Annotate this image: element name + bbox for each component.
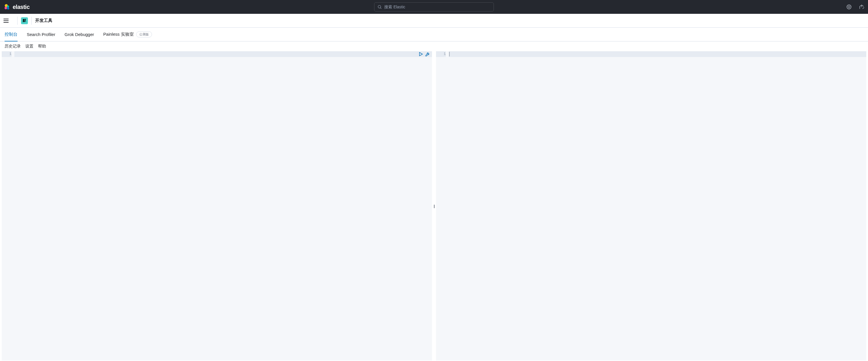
svg-point-4 bbox=[378, 5, 381, 8]
svg-point-7 bbox=[848, 6, 850, 8]
console-editor: 1 || 1 bbox=[0, 51, 868, 360]
svg-point-2 bbox=[5, 7, 7, 9]
request-pane: 1 bbox=[2, 51, 432, 360]
tab-grok-debugger[interactable]: Grok Debugger bbox=[64, 28, 94, 41]
request-actions bbox=[418, 52, 430, 57]
wrench-icon[interactable] bbox=[425, 52, 430, 57]
tab-label: 控制台 bbox=[5, 32, 18, 37]
help-icon[interactable] bbox=[846, 4, 852, 10]
line-gutter: 1 bbox=[436, 51, 449, 360]
dev-tools-tabs: 控制台 Search Profiler Grok Debugger Painle… bbox=[0, 28, 868, 41]
brand-logo[interactable]: elastic bbox=[3, 3, 30, 10]
separator bbox=[31, 17, 32, 25]
history-link[interactable]: 历史记录 bbox=[5, 44, 21, 49]
beta-badge: 公测版 bbox=[136, 31, 152, 37]
search-input[interactable] bbox=[384, 5, 491, 9]
settings-link[interactable]: 设置 bbox=[25, 44, 33, 49]
elastic-logo-icon bbox=[3, 3, 10, 10]
breadcrumb-bar: 默 开发工具 bbox=[0, 14, 868, 28]
tab-console[interactable]: 控制台 bbox=[5, 28, 18, 41]
svg-point-3 bbox=[7, 7, 9, 10]
global-header: elastic bbox=[0, 0, 868, 14]
line-gutter: 1 bbox=[2, 51, 14, 360]
line-number: 1 bbox=[436, 51, 446, 57]
response-pane: 1 bbox=[436, 51, 866, 360]
header-actions bbox=[846, 4, 865, 10]
search-icon bbox=[377, 5, 382, 9]
request-editor[interactable] bbox=[14, 51, 432, 360]
brand-name: elastic bbox=[13, 4, 30, 10]
tab-label: Painless 实验室 bbox=[103, 32, 134, 37]
svg-line-5 bbox=[380, 8, 381, 9]
pane-splitter[interactable]: || bbox=[432, 51, 436, 360]
breadcrumb: 开发工具 bbox=[35, 18, 52, 23]
tab-painless-lab[interactable]: Painless 实验室 公测版 bbox=[103, 28, 152, 41]
response-viewer[interactable] bbox=[449, 51, 866, 360]
console-toolbar: 历史记录 设置 帮助 bbox=[0, 41, 868, 51]
play-icon[interactable] bbox=[418, 52, 423, 57]
tab-label: Search Profiler bbox=[27, 32, 55, 37]
separator bbox=[17, 17, 18, 25]
tab-search-profiler[interactable]: Search Profiler bbox=[27, 28, 55, 41]
svg-marker-8 bbox=[420, 52, 423, 56]
active-line bbox=[449, 51, 866, 57]
space-selector[interactable]: 默 bbox=[21, 17, 28, 24]
tab-label: Grok Debugger bbox=[64, 32, 94, 37]
svg-point-1 bbox=[7, 5, 9, 8]
cursor bbox=[449, 52, 450, 56]
global-search[interactable] bbox=[374, 2, 494, 11]
newsfeed-icon[interactable] bbox=[859, 4, 865, 10]
svg-point-6 bbox=[847, 5, 851, 9]
active-line bbox=[14, 51, 432, 57]
nav-toggle-icon[interactable] bbox=[3, 17, 10, 24]
help-link[interactable]: 帮助 bbox=[38, 44, 46, 49]
line-number: 1 bbox=[2, 51, 11, 57]
